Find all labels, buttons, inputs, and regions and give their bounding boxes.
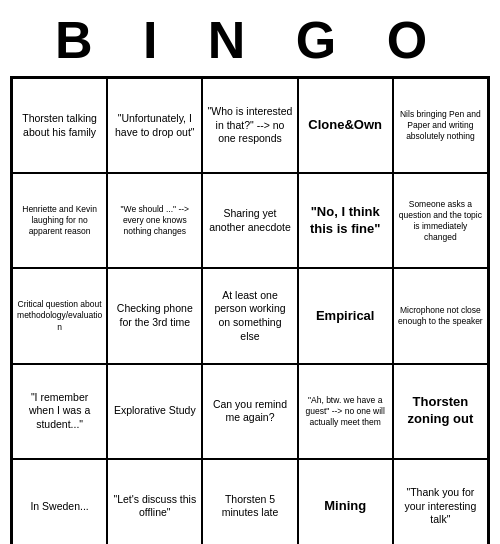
cell-2: "Who is interested in that?" --> no one … — [202, 78, 297, 173]
cell-24: "Thank you for your interesting talk" — [393, 459, 488, 544]
cell-1: "Unfortunately, I have to drop out" — [107, 78, 202, 173]
bingo-grid: Thorsten talking about his family"Unfort… — [10, 76, 490, 544]
cell-20: In Sweden... — [12, 459, 107, 544]
cell-12: At least one person working on something… — [202, 268, 297, 363]
cell-16: Explorative Study — [107, 364, 202, 459]
cell-4: Nils bringing Pen and Paper and writing … — [393, 78, 488, 173]
cell-5: Henriette and Kevin laughing for no appa… — [12, 173, 107, 268]
cell-0: Thorsten talking about his family — [12, 78, 107, 173]
cell-18: "Ah, btw. we have a guest" --> no one wi… — [298, 364, 393, 459]
cell-8: "No, I think this is fine" — [298, 173, 393, 268]
cell-23: Mining — [298, 459, 393, 544]
cell-9: Someone asks a question and the topic is… — [393, 173, 488, 268]
title: B I N G O — [55, 10, 445, 70]
cell-19: Thorsten zoning out — [393, 364, 488, 459]
cell-14: Microphone not close enough to the speak… — [393, 268, 488, 363]
cell-21: "Let's discuss this offline" — [107, 459, 202, 544]
cell-13: Empirical — [298, 268, 393, 363]
cell-22: Thorsten 5 minutes late — [202, 459, 297, 544]
cell-6: "We should ..." --> every one knows noth… — [107, 173, 202, 268]
cell-15: "I remember when I was a student..." — [12, 364, 107, 459]
cell-11: Checking phone for the 3rd time — [107, 268, 202, 363]
cell-3: Clone&Own — [298, 78, 393, 173]
cell-7: Sharing yet another anecdote — [202, 173, 297, 268]
cell-17: Can you remind me again? — [202, 364, 297, 459]
cell-10: Critical question about methodology/eval… — [12, 268, 107, 363]
